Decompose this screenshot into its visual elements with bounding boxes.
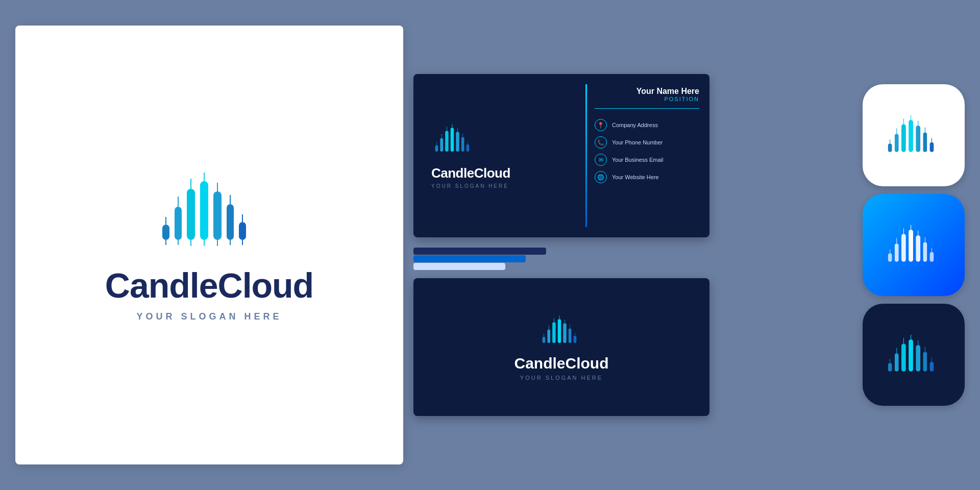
biz-card-left: CandleCloud YOUR SLOGAN HERE [413,74,585,237]
svg-rect-59 [923,133,927,152]
svg-rect-46 [570,325,570,328]
svg-rect-12 [213,191,222,240]
svg-rect-4 [178,197,179,207]
svg-rect-30 [457,128,458,132]
svg-rect-60 [925,128,925,133]
biz-contact-website: 🌐 Your Website Here [595,171,699,183]
svg-rect-39 [552,322,556,343]
biz-card-right: Your Name Here POSITION 📍 Company Addres… [587,74,709,237]
card-stack [413,245,852,271]
svg-rect-90 [932,357,932,361]
svg-rect-70 [911,225,911,230]
svg-rect-76 [932,248,932,252]
svg-rect-31 [461,137,464,151]
svg-rect-14 [217,240,218,246]
svg-rect-16 [230,195,231,204]
phone-number: Your Phone Number [612,139,663,145]
svg-rect-37 [547,329,550,342]
biz-contact-list: 📍 Company Address 📞 Your Phone Number ✉ … [595,119,699,183]
biz-back-slogan: YOUR SLOGAN HERE [520,375,603,381]
svg-rect-65 [895,243,899,261]
svg-rect-29 [456,132,459,152]
website-url: Your Website Here [612,174,659,180]
svg-rect-20 [242,240,243,245]
biz-logo-area [431,122,570,158]
svg-rect-83 [909,339,913,372]
stack-card-dark [413,248,546,255]
svg-rect-9 [200,181,208,240]
svg-rect-35 [543,336,546,342]
svg-rect-66 [896,238,897,243]
svg-rect-57 [916,126,920,152]
svg-rect-64 [890,249,890,253]
svg-rect-69 [909,230,913,262]
svg-rect-55 [909,120,913,152]
svg-rect-6 [187,189,195,240]
biz-card-slogan: YOUR SLOGAN HERE [431,183,570,189]
app-icon-blue-gradient [863,194,965,296]
biz-name-title: Your Name Here POSITION [595,87,699,109]
svg-rect-26 [447,127,447,131]
svg-rect-40 [554,318,554,322]
svg-rect-67 [901,234,906,262]
svg-rect-28 [452,124,453,128]
svg-rect-78 [890,359,890,363]
svg-rect-8 [190,240,191,246]
logo-candle-icon [153,168,265,250]
app-icon-dark-candle [883,324,944,385]
svg-rect-22 [436,142,437,145]
svg-rect-25 [445,131,449,152]
svg-rect-36 [544,333,544,336]
svg-rect-82 [903,338,904,344]
biz-contact-phone: 📞 Your Phone Number [595,136,699,149]
svg-rect-71 [916,235,920,262]
svg-rect-10 [204,173,205,181]
svg-rect-79 [895,353,899,371]
biz-card-candle-icon [431,122,477,156]
svg-rect-42 [559,315,560,319]
svg-rect-63 [888,253,892,261]
svg-rect-81 [901,344,906,372]
logo-icon-area [153,168,265,250]
svg-rect-32 [462,133,463,137]
svg-rect-58 [918,121,918,126]
business-card-front: CandleCloud YOUR SLOGAN HERE Your Name H… [413,74,709,237]
svg-rect-77 [888,363,892,371]
biz-position: POSITION [595,96,699,102]
svg-rect-61 [930,142,934,152]
svg-rect-89 [930,362,934,372]
company-address: Company Address [612,122,658,128]
svg-rect-17 [230,240,231,245]
stack-card-white [413,263,505,270]
biz-back-candle-icon [538,314,584,347]
biz-back-brand-name: CandleCloud [514,355,609,372]
app-icon-white-candle [883,105,944,166]
svg-rect-43 [563,323,567,343]
svg-rect-73 [923,242,927,262]
svg-rect-85 [916,345,920,372]
svg-rect-21 [435,145,438,152]
email-icon: ✉ [595,154,607,166]
svg-rect-24 [442,134,442,138]
svg-rect-68 [903,228,904,234]
right-section [863,84,965,406]
svg-rect-11 [204,240,205,246]
svg-rect-84 [911,335,911,339]
svg-rect-2 [165,240,166,245]
app-icon-blue-candle [883,214,944,276]
app-icon-white [863,84,965,186]
svg-rect-87 [923,352,927,372]
phone-icon: 📞 [595,136,607,149]
svg-rect-53 [901,124,906,152]
svg-rect-54 [903,118,904,124]
svg-rect-18 [239,222,246,240]
svg-rect-41 [558,319,561,343]
app-icon-dark [863,304,965,406]
svg-rect-44 [565,320,565,323]
svg-rect-23 [440,138,443,151]
biz-contact-address: 📍 Company Address [595,119,699,131]
business-card-back: CandleCloud YOUR SLOGAN HERE [413,278,709,416]
svg-rect-5 [178,240,179,245]
business-email: Your Business Email [612,157,663,163]
svg-rect-1 [165,217,166,225]
